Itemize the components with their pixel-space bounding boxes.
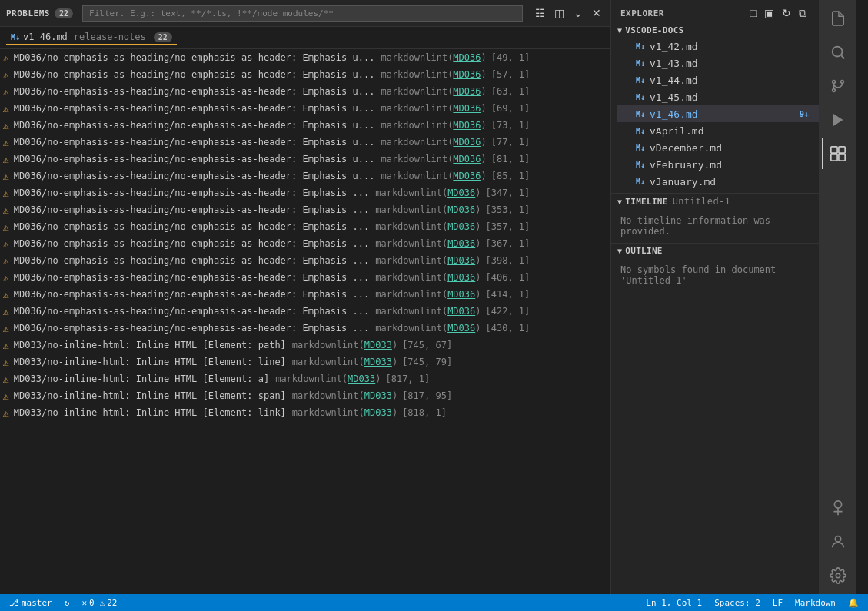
branch-status[interactable]: ⎇ master — [6, 598, 55, 608]
problem-row[interactable]: ⚠MD036/no-emphasis-as-heading/no-emphasi… — [0, 66, 610, 83]
close-icon[interactable]: ✕ — [589, 6, 604, 20]
warning-icon: ⚠ — [3, 323, 9, 334]
language-status[interactable]: Markdown — [792, 598, 839, 608]
file-item[interactable]: M↓v1_44.md — [617, 71, 819, 88]
problem-rule-link[interactable]: MD033 — [364, 340, 392, 350]
problem-row[interactable]: ⚠MD033/no-inline-html: Inline HTML [Elem… — [0, 404, 610, 421]
tab-row: M↓ v1_46.md release-notes 22 — [0, 27, 610, 49]
problem-rule-link[interactable]: MD033 — [364, 390, 392, 401]
problem-row[interactable]: ⚠MD036/no-emphasis-as-heading/no-emphasi… — [0, 218, 610, 235]
problem-row[interactable]: ⚠MD036/no-emphasis-as-heading/no-emphasi… — [0, 151, 610, 168]
problem-row[interactable]: ⚠MD033/no-inline-html: Inline HTML [Elem… — [0, 370, 610, 387]
problem-rule-link[interactable]: MD036 — [447, 238, 475, 249]
outline-section-header[interactable]: ▼ OUTLINE — [611, 244, 819, 258]
file-item[interactable]: M↓v1_46.md9+ — [617, 105, 819, 122]
problem-row[interactable]: ⚠MD036/no-emphasis-as-heading/no-emphasi… — [0, 100, 610, 117]
settings-activity-icon[interactable] — [822, 560, 853, 591]
search-activity-icon[interactable] — [822, 37, 853, 68]
bell-status[interactable]: 🔔 — [845, 598, 862, 608]
problem-row[interactable]: ⚠MD036/no-emphasis-as-heading/no-emphasi… — [0, 134, 610, 151]
svg-line-1 — [841, 55, 844, 58]
explorer-header: EXPLORER □ ▣ ↻ ⧉ — [611, 0, 819, 23]
problem-position: [367, 1] — [485, 238, 530, 249]
file-md-icon: M↓ — [636, 42, 645, 51]
problem-rule-link[interactable]: MD036 — [453, 154, 481, 164]
problem-rule-link[interactable]: MD036 — [453, 69, 481, 80]
extensions-activity-icon[interactable] — [822, 138, 853, 169]
refresh-icon[interactable]: ↻ — [779, 6, 794, 20]
problem-row[interactable]: ⚠MD036/no-emphasis-as-heading/no-emphasi… — [0, 320, 610, 337]
problem-row[interactable]: ⚠MD036/no-emphasis-as-heading/no-emphasi… — [0, 117, 610, 134]
problem-rule-link[interactable]: MD036 — [447, 289, 475, 300]
timeline-section-header[interactable]: ▼ TIMELINE Untitled-1 — [611, 194, 819, 209]
problem-text: MD036/no-emphasis-as-heading/no-emphasis… — [14, 154, 375, 164]
problem-rule-link[interactable]: MD036 — [453, 171, 481, 181]
problem-rule-link[interactable]: MD036 — [447, 204, 475, 215]
problem-row[interactable]: ⚠MD036/no-emphasis-as-heading/no-emphasi… — [0, 235, 610, 252]
problem-rule-link[interactable]: MD036 — [447, 306, 475, 317]
problem-row[interactable]: ⚠MD036/no-emphasis-as-heading/no-emphasi… — [0, 252, 610, 269]
active-tab[interactable]: M↓ v1_46.md release-notes 22 — [6, 30, 177, 45]
explorer-title: EXPLORER — [620, 8, 664, 18]
file-item[interactable]: M↓vDecember.md — [617, 139, 819, 156]
timeline-subtitle: Untitled-1 — [673, 196, 730, 207]
vscode-docs-section-header[interactable]: ▼ VSCODE-DOCS — [611, 23, 819, 38]
new-file-icon[interactable]: □ — [747, 6, 760, 20]
problem-position: [69, 1] — [491, 103, 530, 114]
problem-row[interactable]: ⚠MD036/no-emphasis-as-heading/no-emphasi… — [0, 184, 610, 201]
file-item[interactable]: M↓vJanuary.md — [617, 173, 819, 190]
problem-row[interactable]: ⚠MD036/no-emphasis-as-heading/no-emphasi… — [0, 269, 610, 286]
problem-rule-link[interactable]: MD036 — [453, 52, 481, 63]
position-status[interactable]: Ln 1, Col 1 — [643, 598, 705, 608]
problem-rule-link[interactable]: MD036 — [447, 272, 475, 283]
warning-icon: ⚠ — [3, 289, 9, 301]
problem-rule-link[interactable]: MD036 — [453, 120, 481, 131]
problem-rule-link[interactable]: MD036 — [453, 103, 481, 114]
problem-row[interactable]: ⚠MD036/no-emphasis-as-heading/no-emphasi… — [0, 168, 610, 184]
errors-status[interactable]: ✕ 0 ⚠ 22 — [78, 598, 120, 608]
file-item[interactable]: M↓vFebruary.md — [617, 156, 819, 173]
problem-rule-link[interactable]: MD036 — [447, 323, 475, 334]
problem-source: markdownlint(MD036) — [375, 272, 481, 283]
problem-rule-link[interactable]: MD036 — [447, 255, 475, 266]
panel-header-icons: ☷ ◫ ⌄ ✕ — [532, 6, 604, 20]
problem-rule-link[interactable]: MD033 — [364, 357, 392, 367]
file-item[interactable]: M↓vApril.md — [617, 122, 819, 139]
problem-rule-link[interactable]: MD036 — [453, 86, 481, 97]
problem-rule-link[interactable]: MD033 — [348, 374, 375, 384]
collapse-icon[interactable]: ◫ — [551, 6, 567, 20]
problem-row[interactable]: ⚠MD036/no-emphasis-as-heading/no-emphasi… — [0, 83, 610, 100]
problem-source: markdownlint(MD036) — [381, 52, 486, 63]
remote-activity-icon[interactable] — [822, 493, 853, 523]
problem-row[interactable]: ⚠MD036/no-emphasis-as-heading/no-emphasi… — [0, 201, 610, 218]
problem-row[interactable]: ⚠MD036/no-emphasis-as-heading/no-emphasi… — [0, 286, 610, 303]
accounts-activity-icon[interactable] — [822, 526, 853, 557]
file-item[interactable]: M↓v1_42.md — [617, 38, 819, 55]
outline-section: ▼ OUTLINE No symbols found in document '… — [611, 243, 819, 292]
problem-row[interactable]: ⚠MD033/no-inline-html: Inline HTML [Elem… — [0, 337, 610, 354]
collapse-all-icon[interactable]: ⧉ — [796, 6, 810, 20]
problem-rule-link[interactable]: MD036 — [447, 188, 475, 198]
problem-source: markdownlint(MD036) — [381, 86, 486, 97]
problem-position: [85, 1] — [491, 171, 530, 181]
spaces-status[interactable]: Spaces: 2 — [711, 598, 763, 608]
file-item[interactable]: M↓v1_45.md — [617, 88, 819, 105]
new-folder-icon[interactable]: ▣ — [761, 6, 777, 20]
expand-icon[interactable]: ⌄ — [570, 6, 586, 20]
problem-rule-link[interactable]: MD033 — [364, 407, 392, 418]
problem-row[interactable]: ⚠MD036/no-emphasis-as-heading/no-emphasi… — [0, 49, 610, 66]
filter-input[interactable] — [82, 5, 523, 22]
problem-rule-link[interactable]: MD036 — [447, 221, 475, 232]
run-activity-icon[interactable] — [822, 105, 853, 135]
problem-row[interactable]: ⚠MD033/no-inline-html: Inline HTML [Elem… — [0, 387, 610, 404]
problem-row[interactable]: ⚠MD033/no-inline-html: Inline HTML [Elem… — [0, 354, 610, 370]
problems-list[interactable]: ⚠MD036/no-emphasis-as-heading/no-emphasi… — [0, 49, 610, 594]
problem-row[interactable]: ⚠MD036/no-emphasis-as-heading/no-emphasi… — [0, 303, 610, 320]
problem-rule-link[interactable]: MD036 — [453, 137, 481, 148]
file-item[interactable]: M↓v1_43.md — [617, 55, 819, 71]
files-activity-icon[interactable] — [822, 3, 853, 34]
source-control-activity-icon[interactable] — [822, 71, 853, 101]
sync-status[interactable]: ↻ — [62, 598, 73, 608]
filter-icon[interactable]: ☷ — [532, 6, 548, 20]
encoding-status[interactable]: LF — [770, 598, 786, 608]
